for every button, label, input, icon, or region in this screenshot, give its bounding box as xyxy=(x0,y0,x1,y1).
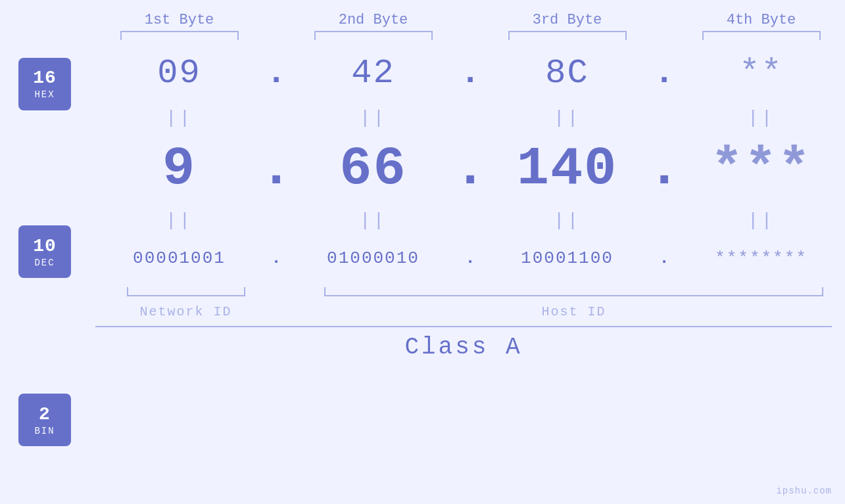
eq2-b1: || xyxy=(95,210,263,231)
hex-badge-number: 16 xyxy=(33,68,57,88)
equals-row-1: || || || || xyxy=(0,106,845,129)
dot-dec-2: . xyxy=(457,139,483,200)
bin-badge-label: BIN xyxy=(34,426,55,436)
bot-bracket-1 xyxy=(95,287,276,296)
dot-bin-1: . xyxy=(263,248,289,268)
bin-row: 00001001 . 01000010 . 10001100 . *******… xyxy=(0,232,845,285)
class-row: Class A xyxy=(0,334,845,361)
dot-bin-3: . xyxy=(651,248,677,268)
hex-b4: ** xyxy=(677,54,845,93)
hex-b1: 09 xyxy=(95,54,263,93)
bin-b2: 01000010 xyxy=(289,248,457,268)
dot-bin-2: . xyxy=(457,248,483,268)
dec-badge-number: 10 xyxy=(33,236,57,256)
host-id-label: Host ID xyxy=(541,304,606,319)
hex-b3: 8C xyxy=(483,54,651,93)
page-container: 1st Byte 2nd Byte 3rd Byte 4th Byte xyxy=(0,0,845,504)
dot-dec-1: . xyxy=(263,139,289,200)
bracket-4 xyxy=(677,31,845,40)
byte4-header: 4th Byte xyxy=(677,12,845,28)
class-label: Class A xyxy=(404,334,522,361)
bottom-brackets-row xyxy=(0,287,845,296)
bin-b1: 00001001 xyxy=(95,248,263,268)
dot-hex-2: . xyxy=(457,54,483,93)
class-separator xyxy=(0,326,845,327)
dec-b4: *** xyxy=(677,139,845,200)
dec-badge-label: DEC xyxy=(34,258,55,268)
eq1-b3: || xyxy=(483,108,651,128)
bin-badge: 2 BIN xyxy=(18,394,71,446)
bracket-3 xyxy=(483,31,651,40)
network-id-label-col: Network ID xyxy=(95,300,276,319)
bin-badge-number: 2 xyxy=(39,404,51,424)
dec-b1: 9 xyxy=(95,139,263,200)
bracket-1 xyxy=(95,31,263,40)
watermark: ipshu.com xyxy=(776,486,832,496)
dec-badge: 10 DEC xyxy=(18,225,71,278)
eq2-b2: || xyxy=(289,210,457,231)
hex-badge: 16 HEX xyxy=(18,58,71,110)
byte3-header: 3rd Byte xyxy=(483,12,651,28)
eq2-b3: || xyxy=(483,210,651,231)
hex-b2: 42 xyxy=(289,54,457,93)
bin-b4: ******** xyxy=(677,248,845,268)
eq2-b4: || xyxy=(677,210,845,231)
dot-hex-1: . xyxy=(263,54,289,93)
eq1-b4: || xyxy=(677,108,845,128)
equals-row-2: || || || || xyxy=(0,208,845,232)
header-row: 1st Byte 2nd Byte 3rd Byte 4th Byte xyxy=(0,0,845,28)
dot-dec-3: . xyxy=(651,139,677,200)
eq1-b2: || xyxy=(289,108,457,128)
network-id-label: Network ID xyxy=(139,304,231,319)
dec-b2: 66 xyxy=(289,139,457,200)
dec-b3: 140 xyxy=(483,139,651,200)
bracket-2 xyxy=(289,31,457,40)
bin-b3: 10001100 xyxy=(483,248,651,268)
eq1-b1: || xyxy=(95,108,263,128)
labels-row: Network ID Host ID xyxy=(0,300,845,319)
dec-row: 9 . 66 . 140 . *** xyxy=(0,129,845,208)
byte1-header: 1st Byte xyxy=(95,12,263,28)
byte2-header: 2nd Byte xyxy=(289,12,457,28)
hex-badge-label: HEX xyxy=(34,89,55,100)
hex-row: 09 . 42 . 8C . ** xyxy=(0,40,845,106)
dot-hex-3: . xyxy=(651,54,677,93)
badges-column: 16 HEX 10 DEC 2 BIN xyxy=(18,0,71,504)
top-brackets-row xyxy=(0,31,845,40)
